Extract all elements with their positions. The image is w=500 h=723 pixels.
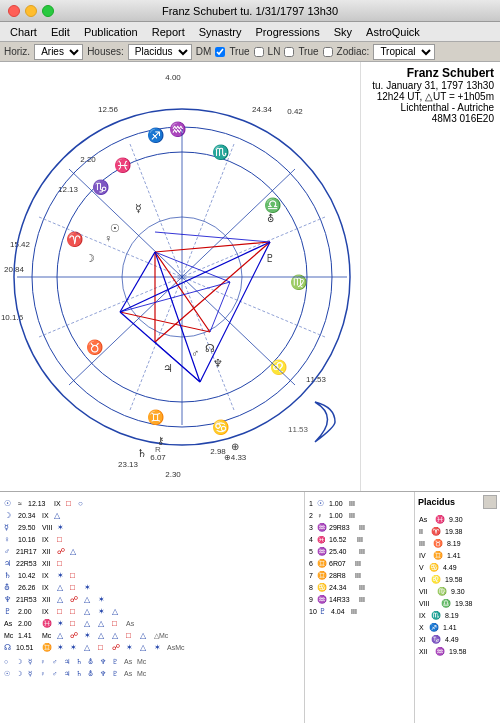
svg-text:△: △ <box>140 631 147 640</box>
toolbar-zodiac-label: Zodiac: <box>337 46 370 57</box>
svg-text:♋: ♋ <box>429 562 439 572</box>
svg-text:♒: ♒ <box>435 646 445 656</box>
minimize-button[interactable] <box>25 5 37 17</box>
svg-text:2: 2 <box>309 512 313 519</box>
toolbar-true1-checkbox[interactable] <box>254 47 264 57</box>
svg-text:⛢: ⛢ <box>88 670 93 677</box>
menu-publication[interactable]: Publication <box>78 24 144 40</box>
svg-text:△: △ <box>84 607 91 616</box>
svg-text:1.00: 1.00 <box>329 500 343 507</box>
window-controls[interactable] <box>8 5 54 17</box>
svg-text:19.38: 19.38 <box>445 528 463 535</box>
svg-text:☿: ☿ <box>135 202 142 214</box>
svg-text:♍: ♍ <box>290 274 308 291</box>
svg-text:□: □ <box>57 559 62 568</box>
svg-text:✶: ✶ <box>57 571 64 580</box>
toolbar-true1-label: True <box>229 46 249 57</box>
svg-text:III: III <box>351 608 357 615</box>
svg-text:♀: ♀ <box>317 512 322 519</box>
svg-text:♓: ♓ <box>114 157 132 174</box>
svg-text:✶: ✶ <box>98 595 105 604</box>
svg-text:☽: ☽ <box>85 252 95 264</box>
svg-text:□: □ <box>70 571 75 580</box>
window-title: Franz Schubert tu. 1/31/1797 13h30 <box>162 5 338 17</box>
svg-text:♓: ♓ <box>317 535 326 544</box>
svg-text:As: As <box>419 516 428 523</box>
svg-text:20.34: 20.34 <box>18 512 36 519</box>
svg-text:IX: IX <box>54 500 61 507</box>
svg-text:XI: XI <box>419 636 426 643</box>
svg-text:☽: ☽ <box>16 670 22 677</box>
svg-text:III: III <box>349 512 355 519</box>
svg-text:△: △ <box>98 631 105 640</box>
svg-text:8.19: 8.19 <box>447 540 461 547</box>
svg-text:29R83: 29R83 <box>329 524 350 531</box>
svg-text:☉: ☉ <box>317 499 324 508</box>
svg-text:♑: ♑ <box>431 634 441 644</box>
toolbar-ln-checkbox[interactable] <box>284 47 294 57</box>
svg-text:♊: ♊ <box>317 570 327 580</box>
svg-text:♒: ♒ <box>317 522 327 532</box>
toolbar-dm-checkbox[interactable] <box>215 47 225 57</box>
svg-text:□: □ <box>70 619 75 628</box>
svg-text:♃: ♃ <box>64 670 70 677</box>
menu-edit[interactable]: Edit <box>45 24 76 40</box>
svg-text:△: △ <box>98 619 105 628</box>
svg-text:♆: ♆ <box>100 670 106 677</box>
svg-text:10.42: 10.42 <box>18 572 36 579</box>
svg-text:14R33: 14R33 <box>329 596 350 603</box>
svg-text:5: 5 <box>309 548 313 555</box>
menu-progressions[interactable]: Progressions <box>250 24 326 40</box>
svg-text:♇: ♇ <box>265 252 275 264</box>
svg-text:♄: ♄ <box>4 571 11 580</box>
menu-chart[interactable]: Chart <box>4 24 43 40</box>
svg-text:△: △ <box>112 631 119 640</box>
svg-text:1: 1 <box>309 500 313 507</box>
svg-text:△: △ <box>57 631 64 640</box>
toolbar-houses-select[interactable]: Placidus <box>128 44 192 60</box>
toolbar-horiz-select[interactable]: Aries <box>34 44 83 60</box>
svg-text:♊: ♊ <box>317 558 327 568</box>
svg-text:☽: ☽ <box>4 511 11 520</box>
svg-text:IX: IX <box>419 612 426 619</box>
svg-text:♓: ♓ <box>435 514 445 524</box>
toolbar-zodiac-select[interactable]: Tropical <box>373 44 435 60</box>
svg-text:Mc: Mc <box>42 632 52 639</box>
svg-text:9.30: 9.30 <box>449 516 463 523</box>
svg-text:3: 3 <box>309 524 313 531</box>
svg-text:☿: ☿ <box>28 658 32 665</box>
menu-synastry[interactable]: Synastry <box>193 24 248 40</box>
svg-text:△: △ <box>57 583 64 592</box>
svg-text:6.07: 6.07 <box>150 453 166 462</box>
svg-text:♏: ♏ <box>431 610 441 620</box>
info-panel: Franz Schubert tu. January 31, 1797 13h3… <box>360 62 500 491</box>
svg-text:IX: IX <box>42 608 49 615</box>
planet-list: 1 ☉ 1.00 III 2 ♀ 1.00 III 3 ♒ 29R83 III … <box>305 492 415 723</box>
aspect-table: ☉ ≈ 12.13 IX □ ○ ☽ 20.34 IX △ ☿ 29.50 VI… <box>0 492 305 723</box>
svg-text:♄: ♄ <box>76 670 82 677</box>
svg-text:⚷: ⚷ <box>157 435 164 446</box>
svg-text:♂: ♂ <box>52 670 57 677</box>
svg-text:○: ○ <box>78 499 83 508</box>
close-button[interactable] <box>8 5 20 17</box>
svg-text:15.42: 15.42 <box>10 240 31 249</box>
svg-text:☍: ☍ <box>70 631 78 640</box>
svg-text:4.04: 4.04 <box>331 608 345 615</box>
svg-text:9: 9 <box>309 596 313 603</box>
svg-text:29.50: 29.50 <box>18 524 36 531</box>
menu-astroquick[interactable]: AstroQuick <box>360 24 426 40</box>
menu-report[interactable]: Report <box>146 24 191 40</box>
toolbar-true2-checkbox[interactable] <box>323 47 333 57</box>
scroll-indicator[interactable] <box>483 495 497 509</box>
menu-bar: Chart Edit Publication Report Synastry P… <box>0 22 500 42</box>
svg-text:III: III <box>355 572 361 579</box>
svg-text:VII: VII <box>419 588 428 595</box>
svg-text:♃: ♃ <box>163 362 173 374</box>
svg-text:♀: ♀ <box>40 670 45 677</box>
maximize-button[interactable] <box>42 5 54 17</box>
menu-sky[interactable]: Sky <box>328 24 358 40</box>
svg-text:Mc: Mc <box>4 632 14 639</box>
svg-text:♂: ♂ <box>4 547 10 556</box>
toolbar: Horiz. Aries Houses: Placidus DM True LN… <box>0 42 500 62</box>
svg-text:✶: ✶ <box>126 643 133 652</box>
